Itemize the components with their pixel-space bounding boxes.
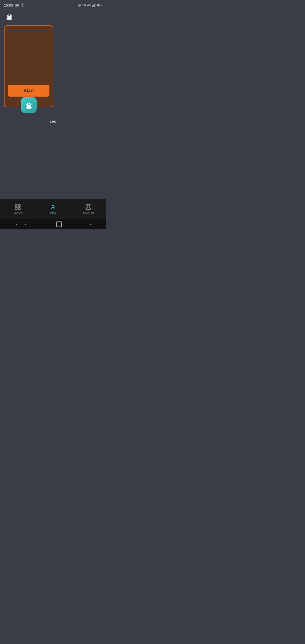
history-icon bbox=[21, 3, 25, 7]
app-logo-icon bbox=[4, 11, 15, 21]
status-bar: 15:08 HD 4G bbox=[0, 0, 106, 9]
nav-item-games[interactable]: Games bbox=[0, 204, 35, 215]
app-header bbox=[0, 9, 106, 25]
svg-rect-7 bbox=[95, 3, 95, 7]
photo-icon bbox=[15, 3, 19, 7]
nav-item-account[interactable]: Account bbox=[71, 204, 106, 215]
alarm-icon bbox=[78, 3, 81, 7]
home-button[interactable] bbox=[56, 221, 62, 227]
4g-badge: 4G bbox=[87, 4, 91, 6]
svg-rect-9 bbox=[101, 5, 102, 6]
coc-game-icon bbox=[24, 100, 34, 110]
play-icon bbox=[50, 204, 56, 210]
hd-badge: HD bbox=[82, 4, 86, 6]
svg-point-14 bbox=[8, 14, 9, 16]
bottom-nav: Games Play Account bbox=[0, 199, 106, 219]
main-content: Start coc bbox=[0, 25, 106, 199]
svg-point-18 bbox=[9, 17, 12, 20]
nav-item-play[interactable]: Play bbox=[35, 204, 71, 215]
svg-point-32 bbox=[87, 205, 90, 207]
svg-rect-27 bbox=[15, 204, 17, 206]
svg-point-21 bbox=[30, 104, 31, 106]
games-icon bbox=[14, 204, 21, 210]
recent-apps-button[interactable]: ⋮⋮⋮ bbox=[14, 222, 28, 227]
status-right: HD 4G bbox=[78, 3, 102, 7]
svg-rect-29 bbox=[15, 208, 17, 210]
svg-point-15 bbox=[10, 14, 11, 16]
game-card: Start bbox=[4, 25, 53, 107]
svg-point-17 bbox=[6, 17, 9, 20]
account-label: Account bbox=[83, 211, 94, 215]
back-button[interactable]: ‹ bbox=[90, 222, 91, 227]
status-time: 15:08 bbox=[4, 3, 13, 7]
svg-rect-10 bbox=[97, 4, 100, 6]
svg-point-22 bbox=[27, 103, 28, 104]
svg-rect-28 bbox=[18, 204, 20, 206]
svg-rect-5 bbox=[93, 5, 93, 7]
signal-icon bbox=[92, 3, 96, 7]
start-button[interactable]: Start bbox=[8, 85, 49, 97]
svg-rect-6 bbox=[94, 4, 95, 7]
svg-point-1 bbox=[16, 5, 18, 6]
svg-point-20 bbox=[26, 104, 28, 106]
game-label: coc bbox=[4, 119, 102, 123]
svg-rect-30 bbox=[18, 208, 20, 210]
game-icon-wrapper bbox=[21, 97, 37, 113]
game-card-inner bbox=[8, 31, 49, 62]
svg-point-26 bbox=[29, 106, 32, 109]
games-label: Games bbox=[13, 211, 23, 215]
battery-icon bbox=[97, 3, 102, 7]
svg-rect-4 bbox=[92, 5, 93, 7]
android-nav-bar: ⋮⋮⋮ ‹ bbox=[0, 219, 106, 229]
svg-point-23 bbox=[29, 103, 30, 104]
status-left: 15:08 bbox=[4, 3, 25, 7]
svg-point-25 bbox=[26, 106, 29, 109]
play-label: Play bbox=[50, 211, 56, 215]
account-icon bbox=[85, 204, 92, 210]
